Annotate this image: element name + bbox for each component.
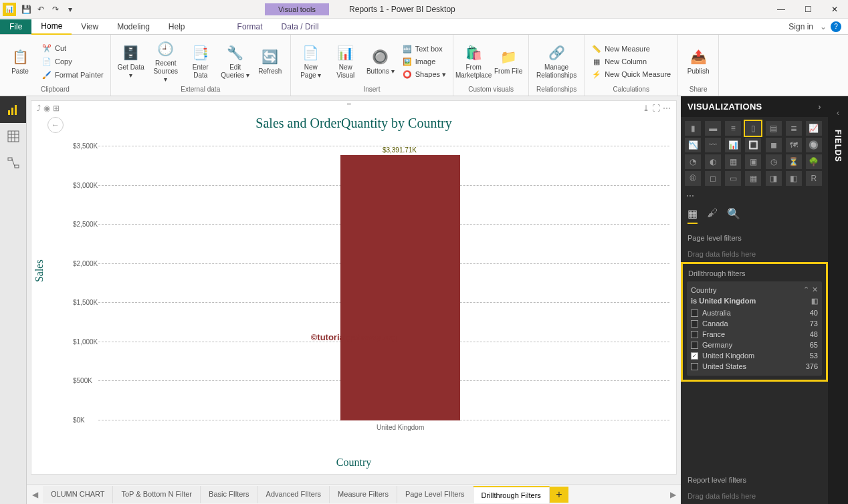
enter-data-button[interactable]: 📑Enter Data: [185, 42, 217, 81]
view-tab[interactable]: View: [72, 19, 108, 34]
drill-filter-item[interactable]: Australia40: [691, 307, 818, 318]
viz-type-icon[interactable]: ▣: [745, 154, 761, 169]
checkbox-icon[interactable]: [691, 309, 698, 317]
drill-filter-item[interactable]: ✓United Kingdom53: [691, 350, 818, 361]
data-view-button[interactable]: [0, 123, 26, 150]
file-menu[interactable]: File: [0, 19, 31, 34]
cut-button[interactable]: ✂️Cut: [39, 42, 106, 54]
viz-type-icon[interactable]: ◧: [786, 171, 802, 186]
sign-in-link[interactable]: Sign in: [788, 22, 813, 31]
chevron-right-icon[interactable]: ›: [818, 102, 821, 112]
recent-sources-button[interactable]: 🕘Recent Sources ▾: [150, 38, 182, 85]
new-quick-measure-button[interactable]: ⚡New Quick Measure: [589, 68, 673, 80]
export-icon[interactable]: ⤓: [643, 104, 649, 113]
scroll-right-icon[interactable]: ▶: [665, 490, 681, 499]
viz-type-icon[interactable]: ▯: [745, 121, 761, 136]
qat-dropdown-icon[interactable]: ▾: [64, 3, 76, 15]
viz-type-icon[interactable]: ®: [685, 171, 701, 186]
drill-filter-item[interactable]: Canada73: [691, 318, 818, 329]
clear-filter-icon[interactable]: ◧: [811, 297, 818, 305]
page-tab[interactable]: Page Level FIlters: [397, 486, 473, 503]
drill-up-icon[interactable]: ⤴: [37, 104, 41, 113]
format-tab-icon[interactable]: 🖌: [707, 207, 718, 224]
drill-filter-item[interactable]: Germany65: [691, 340, 818, 350]
home-tab[interactable]: Home: [31, 19, 72, 35]
manage-relationships-button[interactable]: 🔗Manage Relationships: [533, 42, 580, 81]
save-icon[interactable]: 💾: [20, 3, 32, 15]
shapes-button[interactable]: ⭕Shapes ▾: [399, 68, 449, 80]
chevron-left-icon[interactable]: ‹: [837, 108, 839, 118]
more-visuals-icon[interactable]: ⋯: [681, 190, 828, 202]
viz-type-icon[interactable]: ◐: [705, 154, 721, 169]
edit-queries-button[interactable]: 🔧Edit Queries ▾: [219, 42, 251, 81]
page-tab[interactable]: Measure Filters: [330, 486, 397, 503]
from-file-button[interactable]: 📁From File: [492, 46, 524, 77]
page-filters-drop[interactable]: Drag data fields here: [681, 246, 828, 262]
format-painter-button[interactable]: 🖌️Format Painter: [39, 69, 106, 81]
new-visual-button[interactable]: 📊New Visual: [330, 42, 362, 81]
viz-type-icon[interactable]: 🌳: [806, 154, 822, 169]
viz-type-icon[interactable]: 〰: [705, 138, 721, 152]
fields-label[interactable]: FIELDS: [833, 130, 843, 162]
more-options-icon[interactable]: ⋯: [663, 104, 671, 113]
report-view-button[interactable]: [0, 96, 26, 123]
format-tab[interactable]: Format: [228, 19, 272, 34]
new-column-button[interactable]: ▦New Column: [589, 55, 673, 68]
data-drill-tab[interactable]: Data / Drill: [272, 19, 328, 34]
new-measure-button[interactable]: 📏New Measure: [589, 43, 673, 55]
help-icon[interactable]: ?: [831, 21, 841, 32]
viz-type-icon[interactable]: 📈: [806, 121, 822, 136]
viz-type-icon[interactable]: 🗺: [786, 138, 802, 152]
model-view-button[interactable]: [0, 150, 26, 176]
viz-type-icon[interactable]: ▮: [685, 121, 701, 136]
viz-type-icon[interactable]: 🔳: [745, 138, 761, 152]
viz-type-icon[interactable]: ▤: [766, 121, 782, 136]
modeling-tab[interactable]: Modeling: [108, 19, 159, 34]
back-button[interactable]: ←: [47, 117, 64, 133]
viz-type-icon[interactable]: 📊: [725, 138, 741, 152]
viz-type-icon[interactable]: ≡: [725, 121, 741, 136]
copy-button[interactable]: 📄Copy: [39, 55, 106, 68]
viz-type-icon[interactable]: 🔘: [806, 138, 822, 152]
report-canvas[interactable]: ⤴ ◉ ⊞ ⤓ ⛶ ⋯ ═ ← Sales and OrderQuantity …: [31, 100, 677, 475]
text-box-button[interactable]: 🔤Text box: [399, 43, 449, 55]
drill-filter-item[interactable]: France48: [691, 329, 818, 340]
viz-type-icon[interactable]: ▭: [725, 171, 741, 186]
image-button[interactable]: 🖼️Image: [399, 55, 449, 68]
fields-tab-icon[interactable]: ▦: [687, 207, 698, 224]
viz-type-icon[interactable]: 📉: [685, 138, 701, 152]
undo-icon[interactable]: ↶: [35, 3, 47, 15]
checkbox-icon[interactable]: [691, 342, 698, 349]
help-tab[interactable]: Help: [159, 19, 195, 34]
new-page-button[interactable]: 📄New Page ▾: [295, 42, 327, 81]
remove-filter-icon[interactable]: ✕: [812, 285, 818, 294]
viz-type-icon[interactable]: ◻: [705, 171, 721, 186]
page-tab[interactable]: OLUMN CHART: [43, 486, 113, 503]
page-tab[interactable]: ToP & Bottom N Filter: [113, 486, 201, 503]
viz-type-icon[interactable]: R: [806, 171, 822, 186]
viz-type-icon[interactable]: ▬: [705, 121, 721, 136]
viz-type-icon[interactable]: ◼: [766, 138, 782, 152]
checkbox-icon[interactable]: [691, 320, 698, 328]
get-data-button[interactable]: 🗄️Get Data ▾: [115, 42, 147, 81]
viz-type-icon[interactable]: ≣: [786, 121, 802, 136]
viz-type-icon[interactable]: ▦: [745, 171, 761, 186]
paste-button[interactable]: 📋Paste: [4, 46, 36, 77]
close-button[interactable]: ✕: [821, 0, 848, 19]
drill-field-header[interactable]: Country ⌃ ✕: [691, 285, 818, 294]
minimize-button[interactable]: —: [768, 0, 794, 19]
expand-icon[interactable]: ⊞: [53, 104, 60, 113]
checkbox-icon[interactable]: [691, 363, 698, 370]
ribbon-collapse-icon[interactable]: ⌄: [820, 22, 827, 31]
publish-button[interactable]: 📤Publish: [682, 46, 714, 77]
scroll-left-icon[interactable]: ◀: [27, 490, 43, 499]
from-marketplace-button[interactable]: 🛍️From Marketplace: [457, 42, 490, 81]
analytics-tab-icon[interactable]: 🔍: [727, 207, 740, 224]
checkbox-icon[interactable]: [691, 331, 698, 338]
focus-icon[interactable]: ⛶: [652, 104, 660, 113]
page-tab[interactable]: Advanced FIlters: [258, 486, 330, 503]
viz-type-icon[interactable]: ⏳: [786, 154, 802, 169]
refresh-button[interactable]: 🔄Refresh: [254, 46, 286, 77]
drill-toggle-icon[interactable]: ◉: [43, 104, 50, 113]
redo-icon[interactable]: ↷: [49, 3, 62, 15]
